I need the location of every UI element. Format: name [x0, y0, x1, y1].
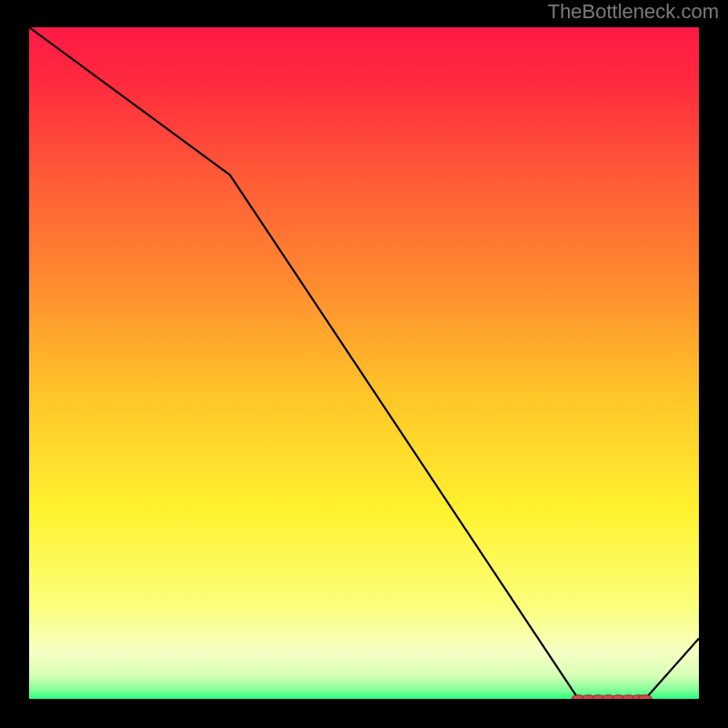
chart-svg: [29, 27, 699, 699]
attribution-label: TheBottleneck.com: [548, 0, 719, 24]
chart-frame: TheBottleneck.com: [0, 0, 728, 728]
series-markers: [572, 695, 652, 699]
chart-background-gradient: [29, 27, 699, 699]
chart-plot-area: [29, 27, 699, 699]
series-marker: [639, 695, 652, 699]
